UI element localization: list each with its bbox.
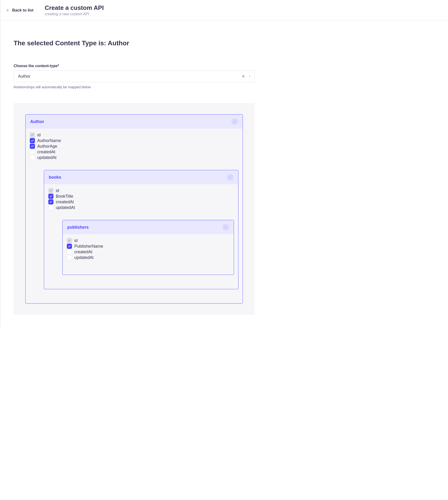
title-block: Create a custom API creating a new custo… bbox=[45, 4, 104, 16]
field-label: createdAt bbox=[74, 250, 92, 255]
field-row: updatedAt bbox=[30, 155, 239, 160]
field-label: id bbox=[37, 133, 41, 138]
checkbox-checked-icon[interactable] bbox=[30, 144, 35, 149]
tree-node-header[interactable]: books bbox=[44, 170, 238, 184]
selected-content-type-heading: The selected Content Type is: Author bbox=[14, 39, 255, 47]
field-row: AuthorAge bbox=[30, 144, 239, 149]
checkbox-disabled-icon bbox=[67, 238, 72, 243]
field-label: id bbox=[74, 238, 78, 243]
collapse-button[interactable] bbox=[227, 174, 234, 181]
checkbox-disabled-icon bbox=[48, 188, 53, 193]
page-subtitle: creating a new custom API bbox=[45, 12, 104, 16]
checkbox-unchecked-icon[interactable] bbox=[30, 155, 35, 160]
field-row: updatedAt bbox=[67, 255, 229, 260]
field-row: BookTitle bbox=[48, 194, 234, 199]
caret-up-icon bbox=[224, 225, 227, 229]
back-to-list-label: Back to list bbox=[12, 8, 33, 13]
tree-node-header[interactable]: Author bbox=[26, 115, 243, 129]
content-type-select[interactable] bbox=[14, 70, 255, 82]
tree-node-header[interactable]: publishers bbox=[63, 220, 234, 234]
checkbox-unchecked-icon[interactable] bbox=[48, 205, 53, 210]
collapse-button[interactable] bbox=[231, 118, 238, 125]
field-label: updatedAt bbox=[74, 255, 94, 260]
field-label: BookTitle bbox=[56, 194, 73, 199]
tree-node: AuthoridAuthorNameAuthorAgecreatedAtupda… bbox=[25, 114, 243, 304]
caret-down-icon[interactable] bbox=[249, 75, 251, 78]
checkbox-checked-icon[interactable] bbox=[48, 194, 53, 199]
checkbox-checked-icon[interactable] bbox=[30, 138, 35, 143]
field-row: PublisherName bbox=[67, 244, 229, 249]
tree-node: booksidBookTitlecreatedAtupdatedAtpublis… bbox=[44, 170, 239, 289]
field-label: createdAt bbox=[56, 200, 74, 205]
field-label: id bbox=[56, 188, 59, 193]
field-label: createdAt bbox=[37, 150, 55, 155]
field-row: id bbox=[67, 238, 229, 243]
tree-node-title: books bbox=[49, 175, 61, 180]
field-row: createdAt bbox=[48, 199, 234, 205]
checkbox-unchecked-icon[interactable] bbox=[67, 255, 72, 260]
caret-up-icon bbox=[229, 175, 231, 179]
field-row: createdAt bbox=[30, 149, 239, 155]
content-type-input[interactable] bbox=[14, 70, 255, 82]
field-label: updatedAt bbox=[56, 205, 75, 210]
field-label: updatedAt bbox=[37, 155, 57, 160]
tree-panel: AuthoridAuthorNameAuthorAgecreatedAtupda… bbox=[14, 103, 255, 315]
field-row: id bbox=[30, 132, 239, 138]
checkbox-unchecked-icon[interactable] bbox=[30, 149, 35, 155]
field-row: createdAt bbox=[67, 249, 229, 255]
back-to-list-link[interactable]: Back to list bbox=[6, 8, 33, 13]
page-title: Create a custom API bbox=[45, 4, 104, 12]
caret-up-icon bbox=[234, 120, 236, 124]
tree-node: publishersidPublisherNamecreatedAtupdate… bbox=[62, 220, 234, 275]
field-label: AuthorName bbox=[37, 138, 61, 143]
page-header: Back to list Create a custom API creatin… bbox=[0, 0, 448, 21]
content-type-field-label: Choose the content-type* bbox=[14, 64, 255, 68]
field-row: id bbox=[48, 188, 234, 193]
field-row: AuthorName bbox=[30, 138, 239, 143]
checkbox-disabled-icon bbox=[30, 132, 35, 138]
checkbox-unchecked-icon[interactable] bbox=[67, 249, 72, 255]
clear-icon[interactable] bbox=[241, 74, 245, 78]
content-type-helper-text: Relationships will automatically be mapp… bbox=[14, 85, 255, 89]
arrow-left-icon bbox=[6, 8, 10, 12]
tree-node-title: publishers bbox=[67, 225, 89, 230]
field-label: AuthorAge bbox=[37, 144, 57, 149]
field-row: updatedAt bbox=[48, 205, 234, 210]
collapse-button[interactable] bbox=[223, 224, 229, 230]
checkbox-checked-icon[interactable] bbox=[67, 244, 72, 249]
tree-node-title: Author bbox=[30, 119, 44, 124]
field-label: PublisherName bbox=[74, 244, 103, 249]
checkbox-checked-icon[interactable] bbox=[48, 199, 53, 205]
